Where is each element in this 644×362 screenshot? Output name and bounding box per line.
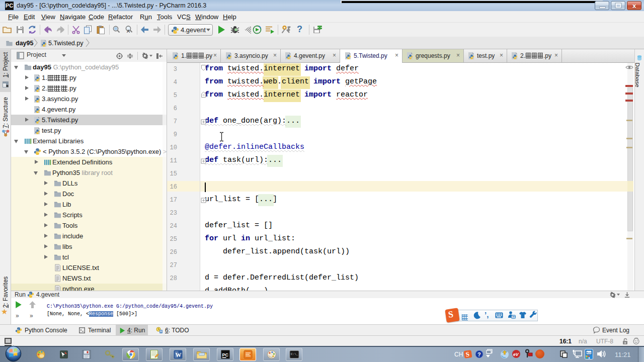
svg-text:W: W	[175, 351, 181, 358]
svg-text:eV: eV	[513, 352, 519, 357]
svg-text:A: A	[127, 29, 130, 34]
svg-text:30: 30	[512, 315, 515, 318]
svg-text:C:\_: C:\_	[291, 352, 298, 356]
svg-text:?: ?	[477, 351, 481, 357]
svg-text:PC: PC	[222, 352, 228, 357]
